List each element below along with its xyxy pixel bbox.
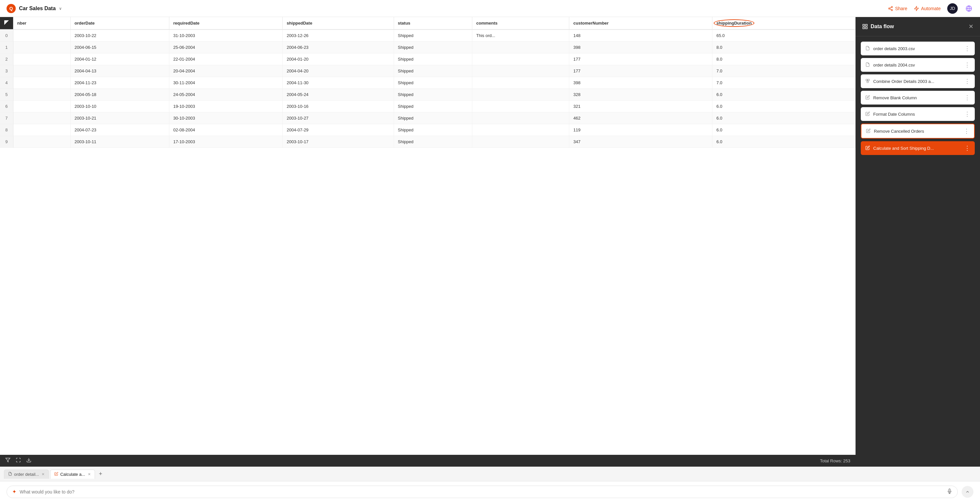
cell-orderdate: 2004-05-18: [70, 89, 169, 100]
cell-requireddate: 22-01-2004: [169, 53, 282, 65]
cell-status: Shipped: [394, 77, 472, 89]
download-icon[interactable]: [26, 457, 32, 464]
cell-shippingduration: 6.0: [713, 100, 856, 112]
cell-status: Shipped: [394, 89, 472, 100]
cell-shippeddate: 2004-07-29: [283, 124, 394, 136]
col-comments[interactable]: comments: [473, 17, 569, 29]
cell-nber: [13, 124, 70, 136]
pencil-icon: [866, 128, 870, 134]
flow-item-menu-button[interactable]: ⋮: [964, 62, 970, 68]
col-shippingduration[interactable]: shippingDuration: [713, 17, 856, 29]
cell-shippeddate: 2004-01-20: [283, 53, 394, 65]
index-cell: 9: [0, 136, 13, 148]
cell-shippingduration: 8.0: [713, 41, 856, 53]
expand-button[interactable]: [962, 486, 974, 498]
cell-comments: [473, 41, 569, 53]
cell-orderdate: 2004-07-23: [70, 124, 169, 136]
dataflow-items: order details 2003.csv ⋮ order details 2…: [856, 37, 980, 467]
app-title: Car Sales Data: [19, 6, 56, 11]
col-requireddate[interactable]: requiredDate: [169, 17, 282, 29]
flow-item-item5[interactable]: Format Date Columns ⋮: [861, 107, 975, 121]
cell-customernumber: 148: [569, 29, 713, 41]
flow-item-item6[interactable]: Remove Cancelled Orders ⋮: [861, 124, 975, 139]
flow-item-item7[interactable]: Calculate and Sort Shipping D... ⋮: [861, 141, 975, 155]
svg-point-1: [889, 8, 890, 9]
col-orderdate[interactable]: orderDate: [70, 17, 169, 29]
chat-input[interactable]: [20, 489, 943, 494]
cell-requireddate: 17-10-2003: [169, 136, 282, 148]
cell-shippingduration: 6.0: [713, 136, 856, 148]
cell-customernumber: 328: [569, 89, 713, 100]
resize-icon[interactable]: [16, 457, 21, 464]
svg-point-0: [891, 6, 892, 8]
col-status[interactable]: status: [394, 17, 472, 29]
index-cell: 2: [0, 53, 13, 65]
flow-item-item1[interactable]: order details 2003.csv ⋮: [861, 41, 975, 56]
cell-orderdate: 2004-01-12: [70, 53, 169, 65]
cell-comments: [473, 136, 569, 148]
flow-item-item3[interactable]: Combine Order Details 2003 a... ⋮: [861, 74, 975, 88]
col-shippeddate[interactable]: shippedDate: [283, 17, 394, 29]
flow-item-label: Format Date Columns: [873, 112, 915, 117]
flow-item-menu-button[interactable]: ⋮: [964, 128, 969, 134]
flow-item-menu-button[interactable]: ⋮: [964, 78, 970, 84]
table-container[interactable]: nber orderDate requiredDate shippedDate …: [0, 17, 856, 455]
grid-icon[interactable]: [964, 4, 974, 13]
flow-item-left: Calculate and Sort Shipping D...: [865, 145, 934, 151]
flow-item-left: Remove Blank Column: [865, 95, 917, 100]
cell-nber: [13, 77, 70, 89]
table-row: 8 2004-07-23 02-08-2004 2004-07-29 Shipp…: [0, 124, 856, 136]
tabs-bar: order detail... ✕ Calculate a... ✕ +: [0, 467, 980, 481]
cell-requireddate: 25-06-2004: [169, 41, 282, 53]
svg-rect-10: [863, 24, 864, 26]
cell-comments: [473, 112, 569, 124]
flow-item-menu-button[interactable]: ⋮: [964, 145, 970, 151]
flow-item-item4[interactable]: Remove Blank Column ⋮: [861, 91, 975, 105]
table-row: 2 2004-01-12 22-01-2004 2004-01-20 Shipp…: [0, 53, 856, 65]
dataflow-close-button[interactable]: ✕: [969, 23, 974, 30]
col-nber[interactable]: nber: [13, 17, 70, 29]
cell-status: Shipped: [394, 124, 472, 136]
index-cell: 1: [0, 41, 13, 53]
add-tab-button[interactable]: +: [96, 469, 105, 479]
share-button[interactable]: Share: [888, 6, 907, 11]
flow-item-menu-button[interactable]: ⋮: [964, 95, 970, 100]
svg-rect-11: [866, 24, 867, 26]
mic-icon[interactable]: [947, 489, 952, 495]
automate-button[interactable]: Automate: [914, 6, 941, 11]
tab-tab1[interactable]: order detail... ✕: [4, 470, 49, 479]
flow-item-item2[interactable]: order details 2004.csv ⋮: [861, 58, 975, 72]
index-cell: 5: [0, 89, 13, 100]
tab-tab2[interactable]: Calculate a... ✕: [50, 470, 95, 479]
title-chevron-icon[interactable]: ∨: [59, 6, 62, 11]
tabs-container: order detail... ✕ Calculate a... ✕: [4, 470, 95, 479]
dataflow-title: Data flow: [862, 24, 894, 29]
avatar[interactable]: JD: [947, 3, 958, 14]
dataflow-panel: Data flow ✕ order details 2003.csv ⋮ ord…: [856, 17, 980, 467]
filter-icon[interactable]: [5, 457, 11, 464]
svg-rect-12: [866, 27, 867, 29]
table-row: 0 2003-10-22 31-10-2003 2003-12-26 Shipp…: [0, 29, 856, 41]
cell-orderdate: 2003-10-11: [70, 136, 169, 148]
table-footer: Total Rows: 253: [0, 455, 856, 467]
app-logo: Q: [6, 4, 16, 13]
tab-close-button[interactable]: ✕: [41, 472, 45, 477]
cell-comments: [473, 53, 569, 65]
flow-item-menu-button[interactable]: ⋮: [964, 111, 970, 117]
svg-point-2: [891, 9, 892, 11]
cell-shippingduration: 6.0: [713, 112, 856, 124]
cell-comments: [473, 124, 569, 136]
cell-shippeddate: 2003-12-26: [283, 29, 394, 41]
cell-nber: [13, 136, 70, 148]
cell-shippeddate: 2003-10-16: [283, 100, 394, 112]
cell-nber: [13, 65, 70, 77]
cell-shippingduration: 65.0: [713, 29, 856, 41]
cell-comments: [473, 100, 569, 112]
tab-close-button[interactable]: ✕: [88, 472, 91, 477]
cell-customernumber: 321: [569, 100, 713, 112]
flow-item-menu-button[interactable]: ⋮: [964, 46, 970, 51]
col-customernumber[interactable]: customerNumber: [569, 17, 713, 29]
cell-status: Shipped: [394, 65, 472, 77]
cell-status: Shipped: [394, 112, 472, 124]
table-body: 0 2003-10-22 31-10-2003 2003-12-26 Shipp…: [0, 29, 856, 148]
